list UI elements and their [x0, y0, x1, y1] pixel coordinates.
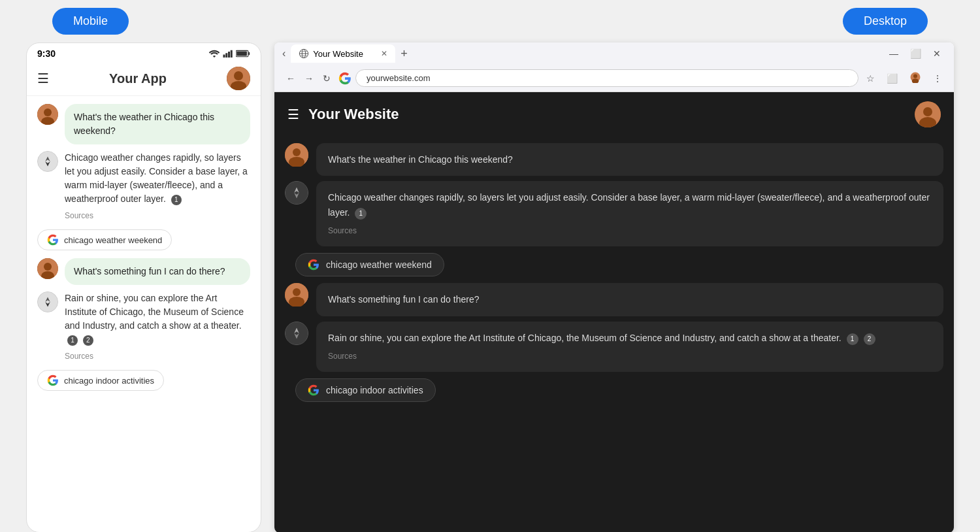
hamburger-icon[interactable]: ☰ — [37, 71, 49, 86]
svg-rect-1 — [225, 53, 227, 58]
mobile-search-text-1: chicago weather weekend — [64, 235, 162, 245]
desktop-bot-msg-2: Rain or shine, you can explore the Art I… — [285, 322, 943, 373]
mobile-status-icons — [208, 50, 250, 58]
mobile-avatar[interactable] — [227, 67, 250, 90]
tab-close-button[interactable]: ✕ — [381, 49, 387, 58]
desktop-source-badge-1: 1 — [355, 208, 367, 220]
svg-point-31 — [923, 107, 932, 116]
svg-point-34 — [293, 148, 301, 156]
desktop-search-chip-1[interactable]: chicago weather weekend — [295, 253, 444, 276]
desktop-search-chip-2[interactable]: chicago indoor activities — [295, 378, 436, 402]
browser-tab-active[interactable]: Your Website ✕ — [291, 44, 395, 63]
svg-rect-0 — [223, 55, 225, 58]
bookmark-button[interactable]: ☆ — [862, 71, 879, 86]
desktop-source-badge-2a: 1 — [847, 333, 858, 345]
content-area: 9:30 — [0, 42, 980, 532]
nav-arrows: ← → ↻ — [282, 71, 335, 86]
desktop-bot-bubble-2: Rain or shine, you can explore the Art I… — [316, 322, 943, 373]
battery-icon — [236, 50, 250, 58]
mobile-app-title: Your App — [109, 71, 167, 86]
maximize-button[interactable]: ⬜ — [905, 46, 926, 61]
mobile-button[interactable]: Mobile — [52, 8, 129, 35]
signal-icon — [223, 50, 233, 58]
desktop-app-header: ☰ Your Website — [274, 92, 954, 137]
desktop-user-avatar-2 — [285, 283, 308, 307]
desktop-bot-msg-1: Chicago weather changes rapidly, so laye… — [285, 181, 943, 246]
browser-chrome: ‹ Your Website ✕ + — [274, 42, 954, 92]
browser-address-bar: ← → ↻ yourwebsite.com ☆ ⬜ — [274, 65, 954, 91]
svg-point-36 — [286, 182, 308, 204]
desktop-google-g-1 — [308, 259, 319, 271]
mobile-user-bubble-1: What's the weather in Chicago this weeke… — [65, 104, 250, 144]
back-button[interactable]: ← — [282, 71, 299, 86]
svg-rect-2 — [228, 52, 230, 58]
desktop-app: ☰ Your Website — [274, 92, 954, 532]
desktop-panel: ‹ Your Website ✕ + — [274, 42, 954, 532]
desktop-sources-2: Sources — [328, 350, 932, 363]
google-g-icon-2 — [47, 374, 59, 386]
mobile-search-text-2: chicago indoor activities — [64, 376, 154, 386]
address-actions: ☆ ⬜ ⋮ — [862, 69, 946, 88]
mobile-header: ☰ Your App — [27, 61, 261, 96]
svg-rect-5 — [248, 52, 250, 56]
desktop-bot-avatar-2 — [285, 322, 308, 345]
url-bar[interactable]: yourwebsite.com — [355, 69, 858, 87]
mobile-user-avatar-1 — [37, 104, 58, 125]
mobile-chat: What's the weather in Chicago this weeke… — [27, 96, 261, 532]
svg-point-11 — [44, 108, 52, 116]
tab-favicon — [299, 48, 309, 59]
desktop-search-text-2: chicago indoor activities — [326, 385, 423, 395]
mobile-source-badge-1: 1 — [171, 195, 182, 205]
wifi-icon — [208, 50, 220, 58]
mobile-panel: 9:30 — [26, 42, 261, 532]
more-options-button[interactable]: ⋮ — [929, 71, 946, 86]
url-text: yourwebsite.com — [367, 73, 431, 83]
desktop-button[interactable]: Desktop — [843, 8, 928, 35]
mobile-sources-1: Sources — [65, 210, 250, 222]
svg-point-13 — [38, 152, 57, 171]
mobile-bot-avatar-2 — [37, 291, 58, 312]
mobile-search-chip-1[interactable]: chicago weather weekend — [37, 229, 172, 250]
desktop-sources-1: Sources — [328, 225, 932, 237]
desktop-hamburger-icon[interactable]: ☰ — [287, 107, 299, 122]
mobile-source-badge-2a: 1 — [67, 335, 78, 346]
mobile-time: 9:30 — [37, 48, 56, 59]
desktop-user-msg-2: What's something fun I can do there? — [285, 283, 943, 316]
reload-button[interactable]: ↻ — [319, 71, 335, 86]
tab-title: Your Website — [313, 49, 363, 59]
svg-rect-6 — [237, 51, 247, 56]
desktop-google-g-2 — [308, 384, 319, 396]
minimize-button[interactable]: — — [884, 46, 904, 61]
new-tab-button[interactable]: + — [395, 44, 413, 63]
mobile-bot-msg-2: Rain or shine, you can explore the Art I… — [37, 291, 250, 362]
svg-point-28 — [913, 75, 917, 78]
close-button[interactable]: ✕ — [928, 46, 946, 61]
mobile-bot-bubble-2: Rain or shine, you can explore the Art I… — [65, 291, 250, 362]
svg-rect-3 — [231, 50, 233, 58]
forward-button[interactable]: → — [301, 71, 318, 86]
tabs-dropdown-button[interactable]: ‹ — [277, 42, 291, 65]
mobile-status-bar: 9:30 — [27, 43, 261, 61]
mobile-user-avatar-2 — [37, 258, 58, 279]
mobile-sources-2: Sources — [65, 350, 250, 362]
svg-point-40 — [293, 288, 301, 296]
profile-button[interactable] — [906, 69, 925, 88]
mobile-search-chip-2[interactable]: chicago indoor activities — [37, 370, 164, 391]
extensions-button[interactable]: ⬜ — [883, 71, 902, 86]
mobile-bot-bubble-1: Chicago weather changes rapidly, so laye… — [65, 151, 250, 222]
browser-tabs-row: ‹ Your Website ✕ + — [274, 42, 954, 65]
mobile-bot-msg-1: Chicago weather changes rapidly, so laye… — [37, 151, 250, 222]
desktop-bot-bubble-1: Chicago weather changes rapidly, so laye… — [316, 181, 943, 246]
top-bar: Mobile Desktop — [0, 0, 980, 42]
svg-point-42 — [286, 322, 308, 344]
desktop-search-text-1: chicago weather weekend — [326, 259, 432, 270]
desktop-bot-avatar-1 — [285, 181, 308, 205]
google-g-icon-1 — [47, 234, 59, 246]
desktop-source-badge-2b: 2 — [864, 333, 875, 345]
mobile-user-msg-2: What's something fun I can do there? — [37, 258, 250, 285]
desktop-app-title: Your Website — [308, 106, 399, 123]
desktop-user-msg-1: What's the weather in Chicago this weeke… — [285, 143, 943, 176]
desktop-user-bubble-2: What's something fun I can do there? — [316, 283, 943, 316]
desktop-user-avatar-1 — [285, 143, 308, 167]
desktop-avatar[interactable] — [915, 101, 941, 127]
